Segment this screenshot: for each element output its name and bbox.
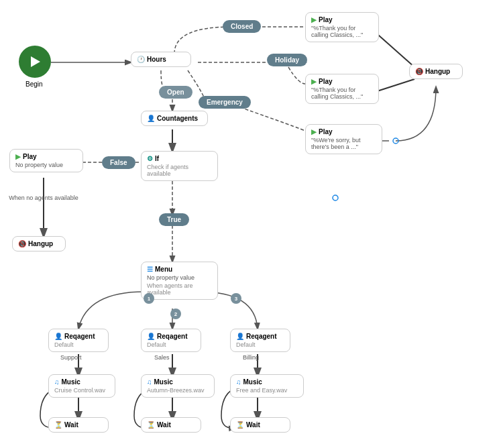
no-agents-label: When no agents available [3, 194, 84, 201]
reqagent2-icon: 👤 [147, 333, 155, 340]
svg-line-3 [373, 30, 414, 67]
menu-value: No property value [147, 274, 195, 281]
wait3-node[interactable]: ⏳ Wait [230, 417, 290, 433]
svg-line-4 [373, 79, 414, 93]
wait3-icon: ⏳ [236, 421, 244, 429]
reqagent1-sub: Default [54, 341, 74, 348]
if-icon: ⚙ [147, 155, 153, 162]
wait1-label: Wait [64, 421, 78, 429]
play4-node[interactable]: ▶ Play "%We're sorry, but there's been a… [305, 124, 382, 154]
menu-icon: ☰ [147, 266, 153, 273]
music2-label: Music [154, 378, 173, 386]
play1-node[interactable]: ▶ Play No property value [9, 149, 83, 172]
menu-label: Menu [155, 266, 172, 273]
music1-icon: ♫ [54, 378, 60, 386]
true-pill[interactable]: True [159, 213, 189, 226]
svg-marker-22 [31, 56, 40, 67]
wait2-icon: ⏳ [147, 421, 155, 429]
music3-icon: ♫ [236, 378, 241, 386]
holiday-pill[interactable]: Holiday [267, 54, 307, 66]
play2-icon: ▶ [311, 16, 317, 23]
svg-point-21 [333, 195, 338, 201]
play1-value: No property value [15, 162, 63, 168]
reqagent1-icon: 👤 [54, 333, 62, 340]
play1-label: Play [23, 153, 37, 160]
wait1-node[interactable]: ⏳ Wait [48, 417, 109, 433]
emergency-label: Emergency [207, 99, 243, 106]
reqagent1-node[interactable]: 👤 Reqagent Default [48, 329, 109, 352]
music2-node[interactable]: ♫ Music Autumn-Breezes.wav [141, 374, 215, 398]
begin-node[interactable] [19, 46, 51, 78]
countagents-node[interactable]: 👤 Countagents [141, 111, 208, 126]
reqagent3-tag: Billing [243, 354, 259, 361]
reqagent1-tag: Support [60, 354, 82, 361]
play2-label: Play [319, 16, 333, 23]
wait2-label: Wait [157, 421, 171, 429]
play3-icon: ▶ [311, 78, 317, 85]
emergency-pill[interactable]: Emergency [199, 96, 251, 109]
closed-label: Closed [231, 23, 253, 30]
play4-label: Play [319, 128, 333, 135]
hours-node[interactable]: 🕐 Hours [131, 52, 191, 67]
music1-sub: Cruise Control.wav [54, 387, 105, 394]
music1-label: Music [62, 378, 80, 386]
hangup2-icon: 📵 [18, 240, 26, 247]
wait1-icon: ⏳ [54, 421, 62, 429]
begin-label: Begin [25, 80, 43, 88]
music2-sub: Autumn-Breezes.wav [147, 387, 205, 394]
wait3-label: Wait [246, 421, 260, 429]
hours-label: Hours [147, 56, 166, 63]
hangup1-label: Hangup [425, 68, 450, 75]
false-label: False [110, 159, 127, 166]
play3-label: Play [319, 78, 333, 85]
menu-option3: 3 [231, 293, 241, 304]
true-label: True [167, 216, 181, 223]
holiday-label: Holiday [275, 56, 299, 64]
open-label: Open [167, 89, 184, 96]
reqagent3-node[interactable]: 👤 Reqagent Default [230, 329, 290, 352]
music3-sub: Free and Easy.wav [236, 387, 287, 394]
agents-icon: 👤 [147, 115, 155, 122]
music3-node[interactable]: ♫ Music Free and Easy.wav [230, 374, 304, 398]
if-subtitle: Check if agents available [147, 164, 212, 177]
play3-node[interactable]: ▶ Play "%Thank you for calling Classics,… [305, 74, 379, 104]
reqagent1-label: Reqagent [64, 333, 95, 340]
hangup2-label: Hangup [28, 240, 53, 247]
svg-point-20 [393, 138, 398, 144]
reqagent2-sub: Default [147, 341, 166, 348]
music1-node[interactable]: ♫ Music Cruise Control.wav [48, 374, 115, 398]
hangup1-node[interactable]: 📵 Hangup [409, 64, 463, 79]
music3-label: Music [243, 378, 262, 386]
if-label: If [155, 155, 159, 162]
menu-option1: 1 [144, 293, 154, 304]
menu-subtitle: When agents are available [147, 282, 212, 296]
reqagent3-sub: Default [236, 341, 256, 348]
play4-value: "%We're sorry, but there's been a ..." [311, 137, 376, 150]
hangup1-icon: 📵 [415, 68, 423, 75]
menu-option2: 2 [170, 309, 181, 319]
reqagent3-label: Reqagent [246, 333, 277, 340]
play4-icon: ▶ [311, 128, 317, 135]
open-pill[interactable]: Open [159, 86, 192, 99]
play2-value: "%Thank you for calling Classics, ..." [311, 25, 373, 38]
music2-icon: ♫ [147, 378, 152, 386]
play3-value: "%Thank you for calling Classics, ..." [311, 87, 373, 100]
play2-node[interactable]: ▶ Play "%Thank you for calling Classics,… [305, 12, 379, 42]
clock-icon: 🕐 [137, 56, 145, 63]
false-pill[interactable]: False [102, 156, 135, 169]
play1-icon: ▶ [15, 153, 21, 160]
reqagent2-tag: Sales [154, 354, 170, 361]
if-node[interactable]: ⚙ If Check if agents available [141, 151, 218, 181]
closed-pill[interactable]: Closed [223, 20, 261, 33]
reqagent3-icon: 👤 [236, 333, 244, 340]
reqagent2-label: Reqagent [157, 333, 188, 340]
countagents-label: Countagents [157, 115, 198, 122]
reqagent2-node[interactable]: 👤 Reqagent Default [141, 329, 201, 352]
wait2-node[interactable]: ⏳ Wait [141, 417, 201, 433]
hangup2-node[interactable]: 📵 Hangup [12, 236, 66, 251]
